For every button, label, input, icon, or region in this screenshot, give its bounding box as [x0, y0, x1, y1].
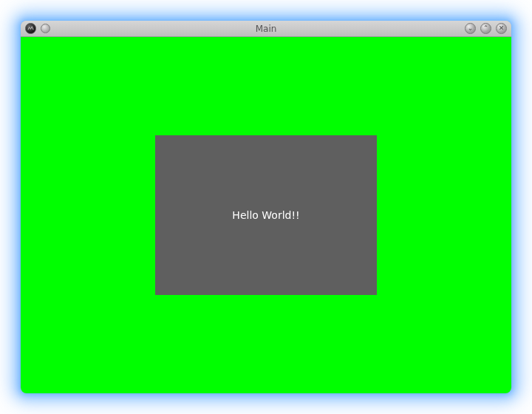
close-button[interactable]: ✕ — [496, 23, 507, 34]
titlebar-right-group: ⌄ ⌃ ✕ — [465, 23, 507, 34]
window-title: Main — [21, 24, 511, 34]
content-area: Hello World!! — [21, 37, 511, 393]
app-menu-icon[interactable] — [25, 23, 36, 34]
titlebar-left-group — [25, 23, 50, 34]
titlebar: Main ⌄ ⌃ ✕ — [21, 21, 511, 37]
window: Main ⌄ ⌃ ✕ Hello World!! — [21, 21, 511, 393]
close-icon: ✕ — [499, 25, 505, 32]
center-panel: Hello World!! — [155, 135, 377, 295]
pin-button[interactable] — [41, 24, 50, 33]
hello-label: Hello World!! — [232, 209, 299, 221]
maximize-button[interactable]: ⌃ — [480, 23, 491, 34]
minimize-button[interactable]: ⌄ — [465, 23, 476, 34]
minimize-icon: ⌄ — [468, 25, 474, 32]
maximize-icon: ⌃ — [483, 25, 489, 32]
